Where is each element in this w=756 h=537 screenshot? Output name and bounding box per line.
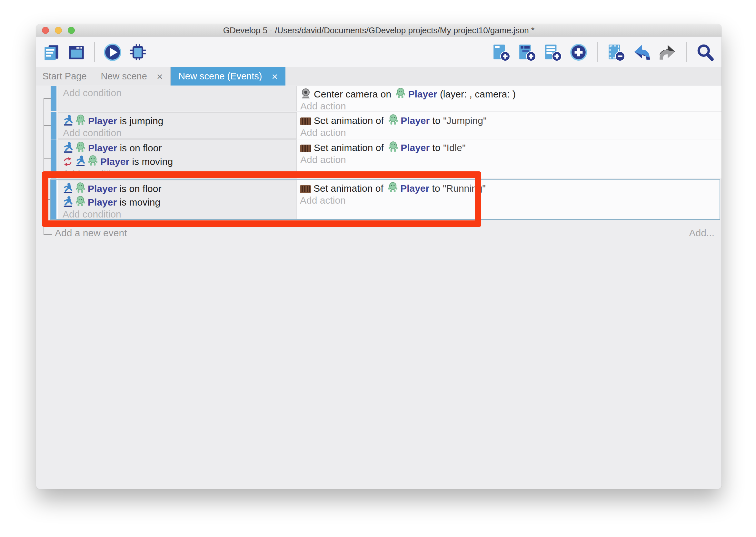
add-comment-button[interactable] (544, 43, 562, 62)
zoom-window-button[interactable] (68, 27, 75, 34)
event-row[interactable]: Add condition Center camera on (51, 86, 722, 111)
event-row-selected[interactable]: Player is on floor (50, 180, 720, 220)
object-name: Player (88, 143, 117, 153)
scene-editor-button[interactable] (67, 43, 86, 62)
object-name: Player (400, 115, 430, 126)
platformer-behavior-icon (62, 195, 73, 207)
add-action-button[interactable]: Add action (300, 195, 720, 206)
tab-new-scene-events[interactable]: New scene (Events) × (170, 67, 285, 86)
action-line[interactable]: Set animation of Player to "Idle" (300, 141, 722, 154)
add-condition-button[interactable]: Add condition (62, 209, 296, 220)
action-text: to (430, 142, 443, 153)
redo-icon (658, 43, 677, 62)
object-name: Player (400, 183, 429, 194)
add-action-button[interactable]: Add action (300, 154, 722, 165)
animation-icon (300, 185, 311, 193)
object-name: Player (88, 183, 117, 194)
conditions-cell[interactable]: Player is on floor (58, 180, 296, 219)
tab-new-scene[interactable]: New scene × (93, 67, 170, 86)
add-circle-button[interactable] (569, 43, 588, 62)
debug-button[interactable] (128, 43, 147, 62)
condition-line[interactable]: Player is moving (63, 155, 296, 168)
action-line[interactable]: Set animation of Player to "Jumping" (300, 114, 722, 128)
add-more-button[interactable]: Add... (689, 227, 714, 238)
action-text: to (429, 183, 443, 194)
event-tree-branch (44, 234, 52, 235)
event-tree-branch (44, 158, 51, 159)
condition-line[interactable]: Player is on floor (63, 141, 296, 155)
scene-editor-icon (67, 43, 86, 62)
add-subevent-button[interactable] (518, 43, 536, 62)
action-line[interactable]: Center camera on Player (layer: , camera… (300, 87, 722, 101)
redo-button[interactable] (658, 43, 677, 62)
add-action-button[interactable]: Add action (300, 128, 722, 138)
action-text: Set animation of (314, 142, 384, 153)
actions-cell[interactable]: Center camera on Player (layer: , camera… (297, 86, 722, 111)
toolbar-right-group (492, 42, 714, 62)
player-object-icon (388, 182, 398, 193)
action-text: Set animation of (314, 115, 384, 126)
object-name: Player (400, 142, 430, 153)
actions-cell[interactable]: Set animation of Player to "Running" Add… (296, 180, 720, 219)
add-event-button[interactable] (492, 43, 510, 62)
conditions-cell[interactable]: Add condition (58, 86, 297, 111)
condition-text: is moving (129, 156, 173, 167)
event-row[interactable]: Player is jumping Add condition Set anim… (51, 112, 722, 139)
play-button[interactable] (103, 43, 122, 62)
tab-label: New scene (101, 71, 147, 82)
actions-cell[interactable]: Set animation of Player to "Jumping" Add… (297, 112, 722, 139)
event-handle[interactable] (51, 140, 57, 179)
add-condition-button[interactable]: Add condition (63, 168, 296, 179)
event-tree-branch (44, 199, 51, 200)
events-sheet: Add condition Center camera on (36, 86, 722, 489)
condition-line[interactable]: Player is on floor (62, 182, 296, 195)
search-button[interactable] (696, 43, 714, 62)
undo-button[interactable] (632, 43, 651, 62)
animation-icon (300, 144, 311, 153)
condition-line[interactable]: Player is jumping (63, 114, 296, 128)
event-handle[interactable] (51, 86, 57, 111)
close-tab-icon[interactable]: × (157, 71, 163, 82)
conditions-cell[interactable]: Player is on floor (58, 140, 297, 179)
project-manager-button[interactable] (42, 43, 61, 62)
event-handle[interactable] (51, 112, 57, 139)
project-manager-icon (42, 43, 61, 62)
action-text: Center camera on (314, 89, 391, 100)
actions-cell[interactable]: Set animation of Player to "Idle" Add ac… (297, 140, 722, 179)
add-condition-button[interactable]: Add condition (63, 88, 296, 98)
object-name: Player (408, 89, 437, 100)
toolbar-divider (94, 42, 95, 62)
toolbar-divider (597, 42, 598, 62)
player-object-icon (76, 114, 86, 126)
title-bar[interactable]: GDevelop 5 - /Users/david/Documents/GDev… (36, 24, 722, 36)
action-line[interactable]: Set animation of Player to "Running" (300, 182, 720, 195)
player-object-icon (76, 141, 86, 153)
add-event-icon (492, 43, 510, 62)
player-object-icon (75, 182, 85, 194)
animation-icon (300, 117, 311, 126)
player-object-icon (388, 141, 398, 153)
tab-start-page[interactable]: Start Page (36, 67, 93, 86)
platformer-behavior-icon (63, 141, 73, 153)
event-tree-branch (44, 125, 51, 126)
event-row[interactable]: Player is on floor (51, 140, 722, 179)
action-value: "Jumping" (443, 115, 487, 126)
condition-text: is moving (117, 197, 160, 208)
add-new-event-button[interactable]: Add a new event (55, 227, 127, 238)
conditions-cell[interactable]: Player is jumping Add condition (58, 112, 297, 139)
close-tab-icon[interactable]: × (272, 71, 278, 82)
object-name: Player (88, 197, 117, 208)
platformer-behavior-icon (62, 182, 73, 194)
minimize-window-button[interactable] (55, 27, 62, 34)
condition-line[interactable]: Player is moving (62, 195, 296, 209)
delete-selection-button[interactable] (607, 43, 625, 62)
tab-label: New scene (Events) (178, 71, 262, 82)
add-action-button[interactable]: Add action (300, 101, 722, 111)
tab-strip: Start Page New scene × New scene (Events… (36, 67, 722, 86)
add-condition-button[interactable]: Add condition (63, 128, 296, 138)
object-name: Player (88, 115, 117, 126)
undo-icon (632, 43, 651, 62)
close-window-button[interactable] (42, 27, 49, 34)
player-object-icon (75, 195, 85, 207)
event-handle[interactable] (51, 180, 57, 219)
